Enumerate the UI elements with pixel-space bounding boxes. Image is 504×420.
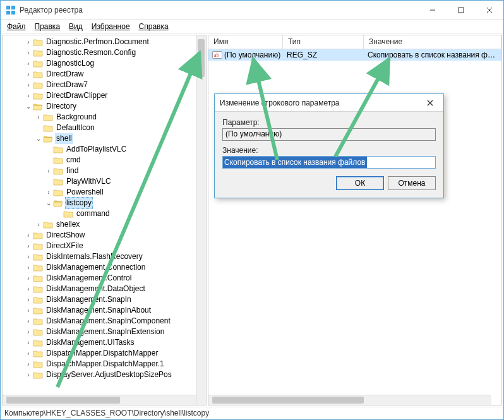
tree-item[interactable]: ›DirectShow	[4, 230, 206, 241]
tree-item[interactable]: ›DiagnosticLog	[4, 58, 206, 69]
tree-item[interactable]: ›Diagnostic.Perfmon.Document	[4, 37, 206, 47]
tree-item[interactable]: ⌄Directory	[4, 101, 206, 112]
svg-rect-2	[6, 11, 10, 15]
expand-toggle[interactable]: ›	[24, 90, 33, 101]
folder-icon	[33, 242, 43, 251]
value-data: Скопировать в список названия файлов	[364, 50, 501, 60]
tree-item[interactable]: ›DiskManagement.SnapInExtension	[4, 327, 206, 337]
tree-item[interactable]: ›DirectDrawClipper	[4, 90, 206, 101]
expand-toggle[interactable]: ›	[34, 219, 43, 230]
expand-toggle[interactable]: ›	[24, 327, 33, 337]
tree-item[interactable]: ›DisplayServer.AdjustDesktopSizePos	[4, 369, 206, 380]
tree-item[interactable]: ›DirectDraw	[4, 69, 206, 80]
tree-item-label: AddToPlaylistVLC	[65, 144, 128, 155]
tree-item[interactable]: cmd	[4, 155, 206, 165]
expand-toggle[interactable]: ›	[24, 69, 33, 80]
expand-toggle[interactable]: ›	[24, 337, 33, 348]
menu-view[interactable]: Вид	[65, 21, 87, 32]
tree-item-label: listcopy	[65, 197, 93, 209]
value-data-input[interactable]: Скопировать в список названия файлов	[222, 156, 436, 169]
folder-icon	[33, 296, 43, 304]
tree-item-label: DiskManagement.Connection	[45, 262, 147, 273]
expand-toggle[interactable]: ›	[24, 305, 33, 316]
menu-edit[interactable]: Правка	[31, 21, 64, 32]
tree-item[interactable]: ›DirectDraw7	[4, 80, 206, 90]
tree-item[interactable]: ⌄shell	[4, 133, 206, 144]
tree-item[interactable]: ›DiskManagement.SnapInComponent	[4, 316, 206, 327]
value-row[interactable]: ab (По умолчанию) REG_SZ Скопировать в с…	[208, 49, 501, 61]
folder-icon	[33, 253, 43, 261]
menu-favorites[interactable]: Избранное	[88, 21, 134, 32]
expand-toggle[interactable]: ›	[24, 273, 33, 284]
expand-toggle[interactable]: ›	[24, 241, 33, 251]
close-button[interactable]	[475, 1, 503, 19]
tree-item[interactable]: ›Background	[4, 112, 206, 123]
dialog-titlebar: Изменение строкового параметра	[215, 94, 443, 112]
values-pane: Имя Тип Значение ab (По умолчанию) REG_S…	[208, 35, 502, 405]
tree-item[interactable]: ›DiskManagement.DataObject	[4, 284, 206, 294]
tree-item[interactable]: ›DispatchMapper.DispatchMapper	[4, 348, 206, 359]
expand-toggle[interactable]: ›	[44, 187, 53, 198]
registry-tree[interactable]: ›Diagnostic.Perfmon.Document›Diagnostic.…	[3, 35, 206, 381]
expand-toggle[interactable]: ⌄	[34, 133, 43, 144]
ok-button[interactable]: ОК	[336, 176, 384, 190]
dialog-close-button[interactable]	[422, 97, 438, 109]
expand-toggle[interactable]: ›	[24, 294, 33, 305]
expand-toggle[interactable]: ⌄	[24, 101, 33, 112]
tree-item[interactable]: DefaultIcon	[4, 123, 206, 133]
col-value[interactable]: Значение	[364, 35, 501, 49]
col-type[interactable]: Тип	[283, 35, 364, 49]
tree-item[interactable]: ›Powershell	[4, 187, 206, 198]
tree-item[interactable]: ›find	[4, 165, 206, 176]
expand-toggle[interactable]: ›	[24, 47, 33, 58]
cancel-button[interactable]: Отмена	[388, 176, 436, 190]
expand-toggle[interactable]: ›	[24, 251, 33, 262]
minimize-button[interactable]	[418, 1, 447, 19]
tree-scrollbar-horizontal[interactable]	[3, 395, 196, 405]
folder-icon	[33, 328, 43, 337]
col-name[interactable]: Имя	[208, 35, 283, 49]
folder-icon	[33, 102, 43, 111]
expand-toggle[interactable]: ›	[24, 230, 33, 241]
tree-item[interactable]: ›shellex	[4, 219, 206, 230]
tree-item-label: Diagnostic.Perfmon.Document	[45, 37, 150, 47]
tree-item[interactable]: ›DiskInternals.FlashRecovery	[4, 251, 206, 262]
expand-toggle[interactable]: ⌄	[44, 198, 53, 208]
tree-item[interactable]: ›DiskManagement.Connection	[4, 262, 206, 273]
tree-item[interactable]: ⌄listcopy	[4, 198, 206, 208]
tree-item[interactable]: ›DiskManagement.Control	[4, 273, 206, 284]
expand-toggle[interactable]: ›	[24, 58, 33, 69]
tree-item[interactable]: ›DiskManagement.UITasks	[4, 337, 206, 348]
tree-item[interactable]: ›Diagnostic.Resmon.Config	[4, 47, 206, 58]
folder-icon	[53, 188, 63, 197]
expand-toggle[interactable]: ›	[24, 37, 33, 47]
param-name-field: (По умолчанию)	[222, 128, 436, 141]
tree-item-label: DiskManagement.Control	[45, 273, 133, 284]
expand-toggle[interactable]: ›	[24, 262, 33, 273]
body-split: ›Diagnostic.Perfmon.Document›Diagnostic.…	[1, 33, 503, 407]
tree-item[interactable]: PlayWithVLC	[4, 176, 206, 187]
maximize-button[interactable]	[447, 1, 475, 19]
expand-toggle[interactable]: ›	[24, 284, 33, 294]
tree-item[interactable]: AddToPlaylistVLC	[4, 144, 206, 155]
expand-toggle[interactable]: ›	[24, 80, 33, 90]
folder-icon	[53, 167, 63, 176]
value-label: Значение:	[222, 146, 436, 155]
expand-toggle[interactable]: ›	[24, 348, 33, 359]
expand-toggle[interactable]: ›	[24, 316, 33, 327]
tree-item[interactable]: ›DiskManagement.SnapInAbout	[4, 305, 206, 316]
tree-item[interactable]: ›DispatchMapper.DispatchMapper.1	[4, 359, 206, 369]
menu-file[interactable]: Файл	[3, 21, 30, 32]
expand-toggle[interactable]: ›	[44, 165, 53, 176]
tree-item[interactable]: command	[4, 208, 206, 219]
folder-icon	[33, 285, 43, 294]
expand-toggle[interactable]: ›	[34, 112, 43, 123]
menu-help[interactable]: Справка	[135, 21, 172, 32]
expand-toggle[interactable]: ›	[24, 369, 33, 380]
tree-scrollbar-vertical[interactable]	[196, 35, 206, 405]
tree-item[interactable]: ›DiskManagement.SnapIn	[4, 294, 206, 305]
values-scrollbar-horizontal[interactable]	[208, 395, 491, 405]
regedit-window: Редактор реестра Файл Правка Вид Избранн…	[0, 0, 504, 420]
expand-toggle[interactable]: ›	[24, 359, 33, 369]
tree-item[interactable]: ›DirectXFile	[4, 241, 206, 251]
